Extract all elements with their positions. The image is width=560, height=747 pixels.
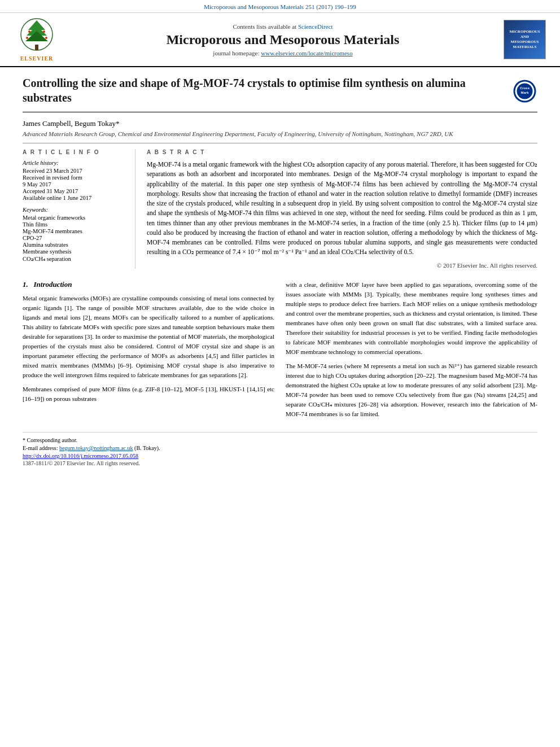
contents-label: Contents lists available at [233, 23, 298, 30]
article-title: Controlling the size and shape of Mg-MOF… [23, 76, 506, 105]
affiliation-text: Advanced Materials Research Group, Chemi… [23, 130, 537, 137]
intro-section-title: 1. Introduction [23, 280, 274, 289]
doi-line: http://dx.doi.org/10.1016/j.micromeso.20… [23, 453, 537, 459]
journal-homepage-link[interactable]: www.elsevier.com/locate/micromeso [261, 50, 352, 56]
corresponding-label: * Corresponding author. [23, 437, 77, 443]
intro-paragraph-right: with a clear, definitive MOF layer have … [286, 280, 537, 420]
svg-point-8 [45, 37, 47, 39]
keywords-label: Keywords: [23, 207, 128, 213]
issn-line: 1387-1811/© 2017 Elsevier Inc. All right… [23, 460, 537, 466]
main-content: Controlling the size and shape of Mg-MOF… [0, 67, 560, 475]
journal-reference-bar: Microporous and Mesoporous Materials 251… [0, 0, 560, 13]
copyright-line: © 2017 Elsevier Inc. All rights reserved… [147, 262, 537, 269]
intro-title-text: Introduction [34, 280, 72, 289]
keyword-7: CO₂/CH₄ separation [23, 255, 128, 262]
article-info-abstract-section: A R T I C L E I N F O Article history: R… [23, 143, 537, 269]
journal-header: ELSEVIER Contents lists available at Sci… [0, 13, 560, 67]
svg-point-6 [43, 30, 45, 33]
svg-point-7 [26, 37, 28, 39]
history-accepted: Accepted 31 May 2017 [23, 188, 128, 194]
article-title-section: Controlling the size and shape of Mg-MOF… [23, 76, 537, 112]
history-label: Article history: [23, 160, 128, 166]
abstract-text: Mg-MOF-74 is a metal organic framework w… [147, 160, 537, 257]
history-revised-date: 9 May 2017 [23, 181, 128, 187]
sciencedirect-line: Contents lists available at ScienceDirec… [68, 23, 498, 30]
body-left-column: 1. Introduction Metal organic frameworks… [23, 280, 274, 424]
abstract-column: A B S T R A C T Mg-MOF-74 is a metal org… [147, 149, 537, 269]
body-section: 1. Introduction Metal organic frameworks… [23, 280, 537, 424]
article-footer: * Corresponding author. E-mail address: … [23, 432, 537, 466]
crossmark-icon: Cross Mark [512, 78, 537, 104]
history-available: Available online 1 June 2017 [23, 195, 128, 201]
journal-reference-text: Microporous and Mesoporous Materials 251… [204, 3, 356, 10]
doi-link[interactable]: http://dx.doi.org/10.1016/j.micromeso.20… [23, 453, 138, 459]
journal-center-info: Contents lists available at ScienceDirec… [68, 23, 498, 56]
keyword-4: CPO-27 [23, 235, 128, 241]
journal-homepage-line: journal homepage: www.elsevier.com/locat… [68, 50, 498, 56]
keywords-section: Keywords: Metal organic frameworks Thin … [23, 207, 128, 262]
journal-title: Microporous and Mesoporous Materials [68, 32, 498, 47]
keyword-3: Mg-MOF-74 membranes [23, 228, 128, 234]
article-info-label: A R T I C L E I N F O [23, 149, 128, 155]
authors-text: James Campbell, Begum Tokay* [23, 119, 119, 128]
svg-text:Mark: Mark [520, 91, 529, 94]
email-link[interactable]: begum.tokay@nottingham.ac.uk [59, 445, 133, 451]
keyword-1: Metal organic frameworks [23, 215, 128, 221]
keyword-6: Membrane synthesis [23, 248, 128, 255]
svg-rect-1 [35, 45, 38, 50]
elsevier-logo-left: ELSEVIER [11, 18, 62, 62]
history-revised-label: Received in revised form [23, 174, 128, 181]
intro-paragraph-1: Metal organic frameworks (MOFs) are crys… [23, 294, 274, 404]
elsevier-brand-label: ELSEVIER [20, 55, 54, 62]
elsevier-tree-icon [17, 18, 56, 54]
authors-line: James Campbell, Begum Tokay* [23, 119, 537, 128]
email-label: E-mail address: [23, 445, 59, 451]
history-received: Received 23 March 2017 [23, 168, 128, 174]
body-right-column: with a clear, definitive MOF layer have … [286, 280, 537, 424]
email-note: E-mail address: begum.tokay@nottingham.a… [23, 445, 537, 451]
sciencedirect-link[interactable]: ScienceDirect [298, 23, 333, 30]
intro-number: 1. [23, 280, 32, 289]
abstract-label: A B S T R A C T [147, 149, 537, 155]
svg-text:Cross: Cross [520, 86, 530, 90]
homepage-label: journal homepage: [213, 50, 261, 56]
keyword-2: Thin films [23, 221, 128, 228]
svg-point-5 [28, 30, 30, 33]
email-suffix: (B. Tokay). [134, 445, 160, 451]
corresponding-author-note: * Corresponding author. [23, 437, 537, 443]
article-history-section: Article history: Received 23 March 2017 … [23, 160, 128, 201]
article-info-column: A R T I C L E I N F O Article history: R… [23, 149, 135, 269]
mmm-journal-icon: MICROPOROUSANDMESOPOROUSMATERIALS [504, 20, 546, 59]
journal-logo-right: MICROPOROUSANDMESOPOROUSMATERIALS [504, 20, 549, 59]
keyword-5: Alumina substrates [23, 242, 128, 248]
